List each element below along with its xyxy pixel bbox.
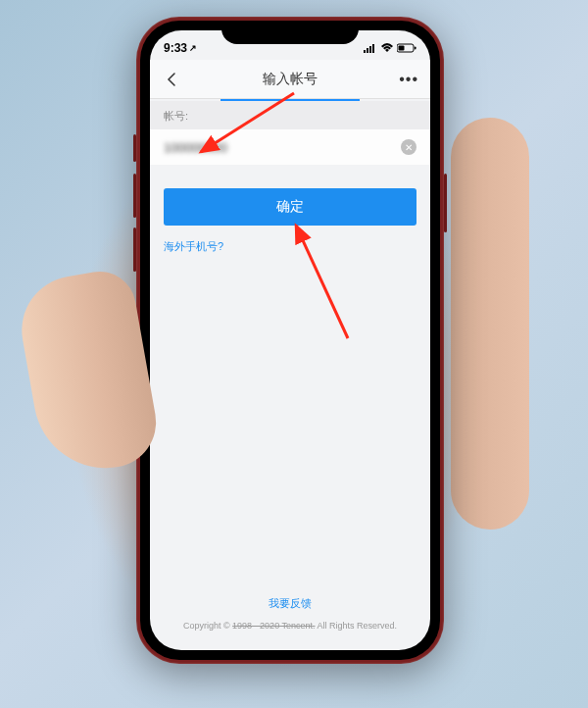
hand-fingers <box>451 118 529 530</box>
footer: 我要反馈 Copyright © 1998 - 2020 Tencent. Al… <box>150 596 430 632</box>
feedback-link[interactable]: 我要反馈 <box>150 596 430 611</box>
clear-button[interactable]: ✕ <box>401 139 416 155</box>
status-time-group: 9:33 ↗ <box>164 41 197 55</box>
mute-switch <box>133 134 136 162</box>
copyright-prefix: Copyright © <box>183 621 232 631</box>
svg-rect-0 <box>364 50 366 53</box>
screen: 9:33 ↗ 输入帐号 ••• 帐号: <box>150 30 430 650</box>
more-button[interactable]: ••• <box>399 71 418 88</box>
power-button <box>444 174 447 232</box>
account-input[interactable] <box>164 140 393 155</box>
battery-icon <box>397 43 416 53</box>
location-icon: ↗ <box>189 43 197 53</box>
svg-rect-5 <box>399 46 405 51</box>
wifi-icon <box>380 43 394 53</box>
volume-up <box>133 174 136 218</box>
svg-rect-2 <box>369 46 371 53</box>
chevron-left-icon <box>167 72 176 87</box>
account-label: 帐号: <box>150 101 430 129</box>
content-area: 帐号: ✕ 确定 海外手机号? <box>150 101 430 254</box>
signal-icon <box>364 43 377 53</box>
confirm-button[interactable]: 确定 <box>164 188 416 226</box>
svg-rect-1 <box>367 48 368 53</box>
back-button[interactable] <box>162 70 181 89</box>
copyright-suffix: All Rights Reserved. <box>318 621 398 631</box>
close-icon: ✕ <box>405 142 413 153</box>
phone-bezel: 9:33 ↗ 输入帐号 ••• 帐号: <box>140 21 440 660</box>
phone-frame: 9:33 ↗ 输入帐号 ••• 帐号: <box>136 17 444 664</box>
svg-rect-6 <box>415 47 416 50</box>
status-icons <box>364 43 416 53</box>
account-input-row: ✕ <box>150 129 430 165</box>
copyright-text: Copyright © 1998 - 2020 Tencent. All Rig… <box>183 621 397 631</box>
overseas-phone-link[interactable]: 海外手机号? <box>150 226 430 254</box>
page-title: 输入帐号 <box>263 71 318 88</box>
status-time: 9:33 <box>164 41 187 55</box>
volume-down <box>133 228 136 272</box>
copyright-years: 1998 - 2020 Tencent. <box>232 621 315 631</box>
nav-bar: 输入帐号 ••• <box>150 60 430 99</box>
notch <box>221 21 359 44</box>
svg-rect-3 <box>372 44 374 53</box>
